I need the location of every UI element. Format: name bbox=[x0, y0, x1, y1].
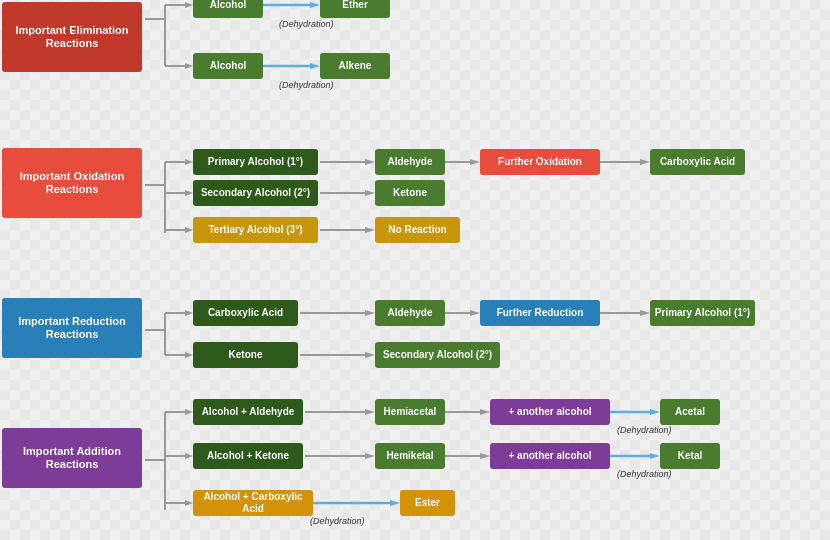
svg-marker-55 bbox=[650, 409, 660, 415]
oxidation-section-label: Important OxidationReactions bbox=[2, 148, 142, 218]
svg-marker-5 bbox=[185, 63, 193, 69]
add-ketal: Ketal bbox=[660, 443, 720, 469]
ox-ketone: Ketone bbox=[375, 180, 445, 206]
svg-marker-21 bbox=[470, 159, 480, 165]
ox-carboxylic-acid: Carboxylic Acid bbox=[650, 149, 745, 175]
svg-marker-51 bbox=[365, 409, 375, 415]
ox-no-reaction: No Reaction bbox=[375, 217, 460, 243]
svg-marker-19 bbox=[365, 159, 375, 165]
add-alc-ald: Alcohol + Aldehyde bbox=[193, 399, 303, 425]
svg-marker-53 bbox=[480, 409, 490, 415]
svg-marker-33 bbox=[185, 352, 193, 358]
ox-primary-alcohol: Primary Alcohol (1°) bbox=[193, 149, 318, 175]
ox-secondary-alcohol: Secondary Alcohol (2°) bbox=[193, 180, 318, 206]
add-dehydration-1-label: (Dehydration) bbox=[617, 425, 672, 435]
svg-marker-45 bbox=[185, 409, 193, 415]
svg-marker-41 bbox=[365, 352, 375, 358]
svg-marker-59 bbox=[480, 453, 490, 459]
add-dehydration-2-label: (Dehydration) bbox=[617, 469, 672, 479]
svg-marker-39 bbox=[640, 310, 650, 316]
red-ketone: Ketone bbox=[193, 342, 298, 368]
svg-marker-63 bbox=[390, 500, 400, 506]
red-carboxylic-acid: Carboxylic Acid bbox=[193, 300, 298, 326]
svg-marker-25 bbox=[365, 190, 375, 196]
svg-marker-57 bbox=[365, 453, 375, 459]
reduction-section-label: Important ReductionReactions bbox=[2, 298, 142, 358]
addition-section-label: Important AdditionReactions bbox=[2, 428, 142, 488]
svg-marker-17 bbox=[185, 227, 193, 233]
add-ester: Ester bbox=[400, 490, 455, 516]
svg-marker-27 bbox=[365, 227, 375, 233]
add-another-alc-2: + another alcohol bbox=[490, 443, 610, 469]
red-secondary-alcohol: Secondary Alcohol (2°) bbox=[375, 342, 500, 368]
ox-further-oxidation: Further Oxidation bbox=[480, 149, 600, 175]
svg-marker-15 bbox=[185, 190, 193, 196]
svg-marker-13 bbox=[185, 159, 193, 165]
add-hemiketal: Hemiketal bbox=[375, 443, 445, 469]
svg-marker-3 bbox=[185, 2, 193, 8]
svg-marker-7 bbox=[310, 2, 320, 8]
red-aldehyde: Aldehyde bbox=[375, 300, 445, 326]
svg-marker-37 bbox=[470, 310, 480, 316]
svg-marker-23 bbox=[640, 159, 650, 165]
elim-dehydration-2-label: (Dehydration) bbox=[279, 80, 334, 90]
add-alc-carb: Alcohol + Carboxylic Acid bbox=[193, 490, 313, 516]
elim-dehydration-1-label: (Dehydration) bbox=[279, 19, 334, 29]
add-hemiacetal: Hemiacetal bbox=[375, 399, 445, 425]
svg-marker-61 bbox=[650, 453, 660, 459]
red-primary-alcohol: Primary Alcohol (1°) bbox=[650, 300, 755, 326]
add-alc-ket: Alcohol + Ketone bbox=[193, 443, 303, 469]
add-another-alc-1: + another alcohol bbox=[490, 399, 610, 425]
svg-marker-49 bbox=[185, 500, 193, 506]
svg-marker-31 bbox=[185, 310, 193, 316]
red-further-reduction: Further Reduction bbox=[480, 300, 600, 326]
elim-alcohol-1: Alcohol bbox=[193, 0, 263, 18]
add-acetal: Acetal bbox=[660, 399, 720, 425]
add-dehydration-3-label: (Dehydration) bbox=[310, 516, 365, 526]
svg-marker-35 bbox=[365, 310, 375, 316]
elim-ether: Ether bbox=[320, 0, 390, 18]
svg-marker-47 bbox=[185, 453, 193, 459]
ox-aldehyde: Aldehyde bbox=[375, 149, 445, 175]
elimination-section-label: Important EliminationReactions bbox=[2, 2, 142, 72]
svg-marker-9 bbox=[310, 63, 320, 69]
diagram: Important EliminationReactions Important… bbox=[0, 0, 830, 540]
ox-tertiary-alcohol: Tertiary Alcohol (3°) bbox=[193, 217, 318, 243]
elim-alcohol-2: Alcohol bbox=[193, 53, 263, 79]
elim-alkene: Alkene bbox=[320, 53, 390, 79]
